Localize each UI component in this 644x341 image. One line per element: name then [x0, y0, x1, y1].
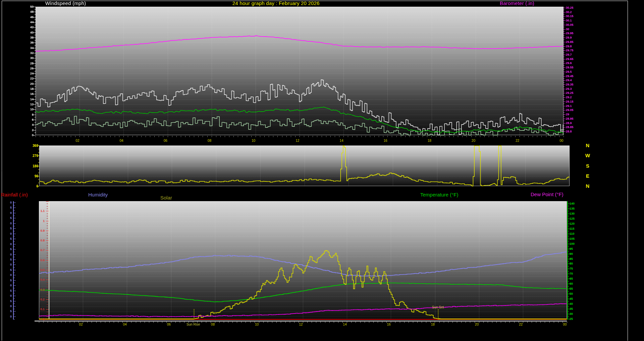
barometer-tick-label: 29.85	[566, 40, 574, 44]
barometer-tick-label: 29.5	[566, 70, 572, 73]
temperature-tick-label: 35	[570, 307, 573, 310]
barometer-tick-label: 29.45	[566, 74, 574, 78]
windspeed-tick-label: 42	[23, 25, 34, 29]
humidity-tick-label: 0	[9, 211, 12, 215]
top-chart-hour-label: 20	[467, 139, 480, 143]
rainfall-tick-label: 0.7	[34, 248, 45, 252]
rainfall-tick-label: 0.1	[34, 307, 45, 311]
windspeed-tick-label: 4	[23, 123, 34, 126]
temperature-tick-label: 130	[570, 212, 575, 215]
barometer-tick-label: 30.2	[566, 10, 572, 14]
humidity-tick-label: 0	[9, 232, 12, 235]
temperature-tick-label: 120	[570, 222, 575, 225]
windspeed-tick-label: 6	[23, 118, 34, 121]
barometer-tick-label: 29.8	[566, 45, 572, 48]
temperature-axis-label: Temperature (°F)	[420, 192, 459, 198]
barometer-tick-label: 29.1	[566, 104, 572, 108]
humidity-tick-label: 5	[9, 289, 12, 292]
temperature-tick-label: 70	[570, 272, 573, 275]
barometer-tick-label: 29.55	[566, 66, 574, 69]
bottom-chart-hour-label: 22	[514, 323, 528, 326]
rainfall-tick-label: 0.3	[34, 288, 45, 291]
dew-point-axis-label: Dew Point (°F)	[531, 192, 564, 197]
rainfall-tick-label: 0.2	[34, 298, 45, 301]
barometer-tick-label: 29.15	[566, 100, 574, 103]
top-chart-hour-label: 14	[335, 139, 348, 143]
top-chart-hour-label: 00	[555, 139, 568, 143]
graph-date-title: 24 hour graph day : February 20 2026	[232, 1, 320, 6]
windspeed-tick-label: 8	[23, 113, 34, 116]
temperature-tick-label: 110	[570, 232, 575, 235]
wind-direction-tick-label: 360	[28, 144, 38, 148]
temperature-tick-label: 135	[570, 207, 575, 210]
bottom-chart-hour-label: 06	[162, 323, 176, 326]
temperature-tick-label: 65	[570, 277, 573, 280]
humidity-tick-label: 5	[9, 309, 12, 313]
top-chart-hour-label: 18	[423, 139, 436, 143]
windspeed-tick-label: 12	[23, 103, 34, 106]
temperature-tick-label: 30	[570, 312, 573, 316]
humidity-tick-label: 5	[9, 258, 12, 261]
barometer-tick-label: 29.3	[566, 87, 572, 91]
wind-direction-tick-label: 0	[28, 184, 38, 188]
barometer-tick-label: 29.05	[566, 108, 574, 112]
windspeed-tick-label: 18	[23, 87, 34, 91]
temperature-tick-label: 105	[570, 237, 575, 240]
sunrise-label: Sun Rise	[186, 323, 200, 326]
windspeed-tick-label: 20	[23, 82, 34, 86]
temperature-tick-label: 25	[570, 317, 573, 321]
barometer-tick-label: 29.95	[566, 32, 574, 35]
barometer-tick-label: 29.2	[566, 96, 572, 99]
temperature-tick-label: 85	[570, 257, 573, 261]
barometer-tick-label: 29	[566, 113, 569, 116]
barometer-tick-label: 28.85	[566, 125, 574, 129]
windspeed-tick-label: 48	[23, 10, 34, 13]
temperature-tick-label: 60	[570, 282, 573, 285]
windspeed-tick-label: 36	[23, 41, 34, 44]
bottom-chart-hour-label: 08	[206, 323, 220, 326]
compass-letter-n-4: N	[584, 183, 591, 189]
rainfall-tick-label: 1.1	[34, 209, 45, 213]
wind-direction-tick-label: 180	[28, 164, 38, 168]
humidity-tick-label: 0	[9, 201, 12, 204]
humidity-tick-label: 0	[9, 253, 12, 256]
temperature-tick-label: 45	[570, 297, 573, 300]
bottom-chart-hour-label: 14	[338, 323, 352, 326]
humidity-tick-label: 5	[9, 216, 12, 220]
windspeed-axis-title: Windspeed (mph)	[45, 1, 86, 6]
temperature-tick-label: 75	[570, 267, 573, 270]
windspeed-tick-label: 14	[23, 98, 34, 101]
barometer-tick-label: 29.75	[566, 49, 574, 52]
windspeed-tick-label: 16	[23, 92, 34, 96]
sunset-label: Sun Set	[432, 305, 444, 309]
barometer-tick-label: 29.35	[566, 83, 574, 86]
weather-24h-graph-window: Windspeed (mph) 24 hour graph day : Febr…	[0, 0, 644, 341]
windspeed-tick-label: 0	[23, 133, 34, 137]
bottom-chart-hour-label: 16	[382, 323, 395, 326]
temperature-tick-label: 40	[570, 302, 573, 305]
solar-axis-label: Solar	[160, 195, 172, 201]
humidity-tick-label: 0	[9, 263, 12, 266]
barometer-tick-label: 29.9	[566, 36, 572, 39]
barometer-tick-label: 30.25	[566, 6, 574, 9]
barometer-tick-label: 29.65	[566, 57, 574, 61]
windspeed-tick-label: 24	[23, 72, 34, 75]
temperature-tick-label: 125	[570, 217, 575, 220]
top-chart-hour-label: 10	[247, 139, 260, 143]
temperature-tick-label: 140	[570, 202, 575, 205]
bottom-chart-hour-label: 10	[250, 323, 264, 326]
barometer-tick-label: 29.7	[566, 53, 572, 56]
windspeed-tick-label: 40	[23, 31, 34, 34]
windspeed-tick-label: 46	[23, 15, 34, 19]
windspeed-tick-label: 30	[23, 56, 34, 60]
humidity-tick-label: 5	[9, 237, 12, 240]
barometer-tick-label: 29.25	[566, 91, 574, 95]
top-chart-hour-label: 06	[159, 139, 172, 143]
barometer-tick-label: 30.1	[566, 19, 572, 22]
top-chart-hour-label: 08	[203, 139, 216, 143]
temperature-tick-label: 100	[570, 242, 575, 245]
rainfall-tick-label: 0.6	[34, 259, 45, 262]
windspeed-tick-label: 44	[23, 20, 34, 24]
temperature-tick-label: 95	[570, 247, 573, 250]
rainfall-tick-label: 0	[34, 318, 45, 321]
